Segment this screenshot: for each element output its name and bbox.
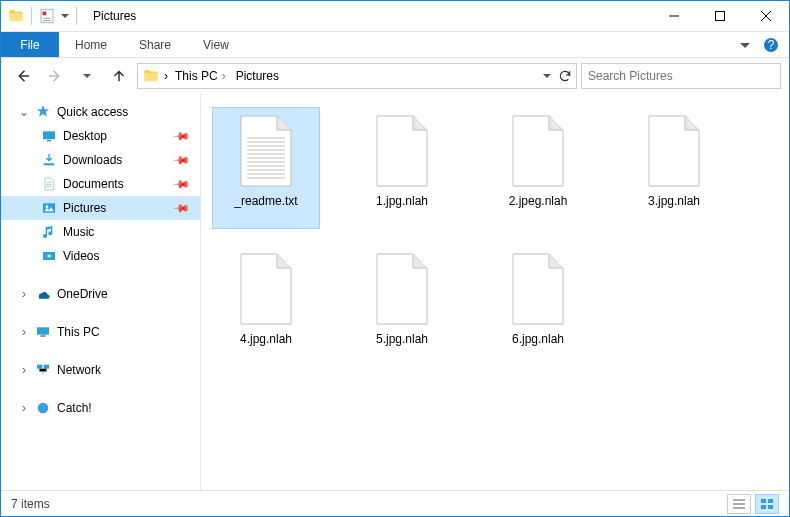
svg-point-15 [38,403,49,414]
breadcrumb-thispc[interactable]: This PC› [172,69,229,83]
properties-icon[interactable] [38,7,56,25]
dropdown-icon[interactable] [60,7,70,25]
navigation-pane[interactable]: ⌄ Quick access Desktop📌 Downloads📌 Docum… [1,94,201,490]
file-item[interactable]: _readme.txt [213,108,319,228]
window-title: Pictures [93,9,136,23]
window-controls [651,1,789,31]
catch-icon [35,400,51,416]
svg-rect-28 [768,499,773,503]
file-item[interactable]: 6.jpg.nlah [485,246,591,366]
svg-rect-12 [40,335,45,336]
back-button[interactable] [9,62,37,90]
minimize-button[interactable] [651,1,697,31]
tab-home[interactable]: Home [59,32,123,57]
ribbon: File Home Share View ? [1,32,789,58]
expand-icon[interactable]: › [19,401,29,415]
nav-catch[interactable]: ›Catch! [1,396,200,420]
breadcrumb-label: Pictures [236,69,279,83]
file-item[interactable]: 4.jpg.nlah [213,246,319,366]
desktop-icon [41,128,57,144]
chevron-right-icon[interactable]: › [164,69,168,83]
nav-onedrive[interactable]: ›OneDrive [1,282,200,306]
file-item[interactable]: 1.jpg.nlah [349,108,455,228]
status-bar: 7 items [1,490,789,516]
nav-label: Network [57,363,101,377]
file-name: 5.jpg.nlah [376,332,428,346]
details-view-button[interactable] [727,494,751,514]
tab-view[interactable]: View [187,32,245,57]
dropdown-icon[interactable] [542,71,552,81]
collapse-icon[interactable]: ⌄ [19,105,29,119]
file-name: 2.jpeg.nlah [509,194,568,208]
music-icon [41,224,57,240]
nav-desktop[interactable]: Desktop📌 [1,124,200,148]
expand-ribbon-icon[interactable] [739,39,751,51]
pictures-icon [41,200,57,216]
svg-rect-29 [761,505,766,509]
search-placeholder: Search Pictures [588,69,673,83]
chevron-right-icon[interactable]: › [222,69,226,83]
address-bar-row: › This PC› Pictures Search Pictures [1,58,789,94]
file-list[interactable]: _readme.txt1.jpg.nlah2.jpeg.nlah3.jpg.nl… [201,94,789,490]
svg-rect-13 [37,365,42,369]
close-button[interactable] [743,1,789,31]
address-bar[interactable]: › This PC› Pictures [137,63,577,89]
nav-label: Pictures [63,201,106,215]
quick-access-toolbar [1,7,85,25]
tab-share[interactable]: Share [123,32,187,57]
icons-view-button[interactable] [755,494,779,514]
file-menu[interactable]: File [1,32,59,57]
pin-icon: 📌 [171,126,190,145]
svg-rect-1 [43,12,47,16]
nav-downloads[interactable]: Downloads📌 [1,148,200,172]
refresh-icon[interactable] [558,69,572,83]
svg-rect-30 [768,505,773,509]
thispc-icon [35,324,51,340]
svg-rect-5 [43,131,55,139]
svg-point-9 [46,205,49,208]
star-icon [35,104,51,120]
network-icon [35,362,51,378]
up-button[interactable] [105,62,133,90]
file-icon [507,252,569,326]
svg-rect-6 [47,140,51,141]
nav-documents[interactable]: Documents📌 [1,172,200,196]
file-item[interactable]: 2.jpeg.nlah [485,108,591,228]
help-icon[interactable]: ? [763,37,779,53]
nav-videos[interactable]: Videos [1,244,200,268]
file-name: 4.jpg.nlah [240,332,292,346]
expand-icon[interactable]: › [19,363,29,377]
svg-rect-14 [44,365,49,369]
svg-rect-27 [761,499,766,503]
recent-dropdown-icon[interactable] [73,62,101,90]
folder-icon [7,7,25,25]
titlebar: Pictures [1,1,789,32]
breadcrumb-pictures[interactable]: Pictures [233,69,282,83]
nav-network[interactable]: ›Network [1,358,200,382]
nav-music[interactable]: Music [1,220,200,244]
item-count: 7 items [11,497,50,511]
expand-icon[interactable]: › [19,287,29,301]
file-item[interactable]: 3.jpg.nlah [621,108,727,228]
breadcrumb-label: This PC [175,69,218,83]
forward-button[interactable] [41,62,69,90]
nav-label: OneDrive [57,287,108,301]
file-icon [235,252,297,326]
maximize-button[interactable] [697,1,743,31]
pin-icon: 📌 [171,198,190,217]
file-icon [507,114,569,188]
nav-label: Catch! [57,401,92,415]
nav-thispc[interactable]: ›This PC [1,320,200,344]
search-input[interactable]: Search Pictures [581,63,781,89]
svg-rect-2 [716,12,725,21]
videos-icon [41,248,57,264]
file-icon [371,252,433,326]
nav-quick-access[interactable]: ⌄ Quick access [1,100,200,124]
separator [31,7,32,25]
file-item[interactable]: 5.jpg.nlah [349,246,455,366]
separator [76,7,77,25]
nav-label: Quick access [57,105,128,119]
svg-text:?: ? [768,38,775,52]
expand-icon[interactable]: › [19,325,29,339]
nav-pictures[interactable]: Pictures📌 [1,196,200,220]
